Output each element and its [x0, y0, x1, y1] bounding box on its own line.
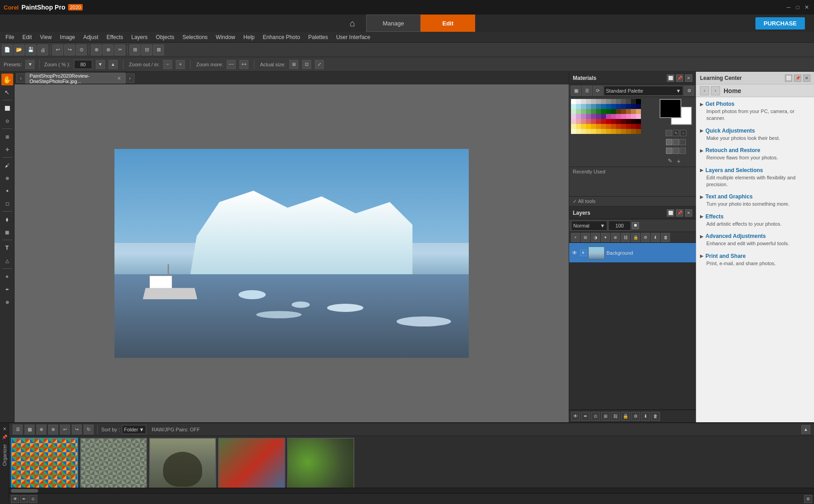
org-tb-4[interactable]: ⊗ — [48, 425, 58, 435]
org-thumb-0[interactable] — [11, 438, 78, 488]
tab-close-button[interactable]: ✕ — [116, 75, 121, 82]
lc-pin-button[interactable]: 📌 — [794, 74, 801, 82]
minimize-button[interactable]: ─ — [785, 4, 792, 11]
fit-window-button[interactable]: ⊡ — [302, 60, 311, 69]
org-tb-5[interactable]: ↩ — [60, 425, 70, 435]
cp-r1-12[interactable] — [626, 104, 631, 109]
cp-r3-8[interactable] — [606, 114, 611, 119]
cp-r3-12[interactable] — [626, 114, 631, 119]
opacity-input[interactable]: 100 — [608, 221, 631, 231]
org-footer-1[interactable]: 👁 — [11, 495, 19, 503]
extra-swatch-1[interactable] — [666, 139, 672, 145]
menu-view[interactable]: View — [36, 33, 55, 41]
cp-r5-10[interactable] — [616, 124, 621, 129]
cp-r4-8[interactable] — [606, 119, 611, 124]
menu-selections[interactable]: Selections — [179, 33, 211, 41]
cp-r1-7[interactable] — [601, 104, 606, 109]
swatch-view-btn[interactable]: ▦ — [571, 86, 581, 96]
color-gray8[interactable] — [611, 99, 616, 104]
color-gray5[interactable] — [596, 99, 601, 104]
org-footer-3[interactable]: ⊙ — [29, 495, 37, 503]
full-screen-button[interactable]: ⊠ — [153, 44, 164, 55]
cp-r4-4[interactable] — [586, 119, 591, 124]
lc-item-effects[interactable]: ▶ Effects Add artistic effects to your p… — [700, 213, 810, 227]
cp-r3-7[interactable] — [601, 114, 606, 119]
menu-layers[interactable]: Layers — [128, 33, 151, 41]
cp-r4-14[interactable] — [636, 119, 641, 124]
purchase-button[interactable]: PURCHASE — [755, 17, 805, 30]
red-eye-tool[interactable]: ⊕ — [1, 296, 13, 308]
cp-r2-4[interactable] — [586, 109, 591, 114]
merge-down-btn[interactable]: ⬇ — [651, 233, 660, 242]
cp-r2-2[interactable] — [576, 109, 581, 114]
new-file-button[interactable]: 📄 — [2, 44, 13, 55]
color-gray11[interactable] — [626, 99, 631, 104]
menu-edit[interactable]: Edit — [19, 33, 35, 41]
cp-r2-6[interactable] — [596, 109, 601, 114]
history-button[interactable]: ⊙ — [76, 44, 87, 55]
mix-btn[interactable]: ⟳ — [593, 86, 603, 96]
close-button[interactable]: ✕ — [803, 4, 810, 11]
cp-r6-9[interactable] — [611, 129, 616, 134]
color-black[interactable] — [636, 99, 641, 104]
list-view-btn[interactable]: ☰ — [582, 86, 592, 96]
cp-r4-7[interactable] — [601, 119, 606, 124]
menu-effects[interactable]: Effects — [103, 33, 127, 41]
lock-layer-btn[interactable]: 🔒 — [631, 233, 640, 242]
org-tb-3[interactable]: ⊕ — [36, 425, 46, 435]
cp-r1-1[interactable] — [571, 104, 576, 109]
reset-colors-btn[interactable]: ✎ — [673, 130, 679, 136]
cp-r1-6[interactable] — [596, 104, 601, 109]
fg-color-swatch[interactable] — [660, 99, 681, 118]
active-tab[interactable]: PaintShopPro2020Review-OneStepPhotoFix.j… — [25, 73, 125, 84]
org-tb-1[interactable]: ☰ — [13, 425, 23, 435]
new-layer-btn[interactable]: + — [571, 233, 580, 242]
cp-r6-1[interactable] — [571, 129, 576, 134]
cp-r5-5[interactable] — [591, 124, 596, 129]
cp-r5-6[interactable] — [596, 124, 601, 129]
org-footer-2[interactable]: ✒ — [20, 495, 28, 503]
cp-r6-11[interactable] — [621, 129, 626, 134]
cp-r2-1[interactable] — [571, 109, 576, 114]
cp-r4-11[interactable] — [621, 119, 626, 124]
eraser-tool[interactable]: ◻ — [1, 198, 13, 209]
cp-r1-11[interactable] — [621, 104, 626, 109]
cp-r2-11[interactable] — [621, 109, 626, 114]
mat-pencil-icon[interactable]: ✎ — [668, 158, 675, 165]
fullscreen-button[interactable]: ⤢ — [315, 60, 324, 69]
dodge-tool[interactable]: ☀ — [1, 271, 13, 282]
cp-r2-14[interactable] — [636, 109, 641, 114]
paste-button[interactable]: ⊗ — [103, 44, 114, 55]
menu-objects[interactable]: Objects — [152, 33, 178, 41]
cp-r4-6[interactable] — [596, 119, 601, 124]
crop-tool[interactable]: ⊞ — [1, 131, 13, 143]
cp-r6-10[interactable] — [616, 129, 621, 134]
tab-nav-right-button[interactable]: › — [125, 74, 134, 83]
cp-r6-13[interactable] — [631, 129, 636, 134]
color-gray2[interactable] — [581, 99, 586, 104]
layer-settings-btn[interactable]: ⚙ — [641, 233, 650, 242]
palette-settings-btn[interactable]: ⚙ — [684, 86, 694, 96]
zoom-more-out[interactable]: −− — [227, 60, 236, 69]
menu-palettes[interactable]: Palettes — [305, 33, 332, 41]
lc-item-quick-adj[interactable]: ▶ Quick Adjustments Make your photos loo… — [700, 128, 810, 142]
lc-forward-button[interactable]: › — [711, 86, 720, 95]
move-tool[interactable]: ✛ — [1, 143, 13, 155]
zoom-decrement[interactable]: ▼ — [96, 60, 105, 69]
extra-swatch-3[interactable] — [680, 139, 686, 145]
link-btn[interactable]: ⛓ — [621, 233, 630, 242]
vector-tool[interactable]: △ — [1, 255, 13, 267]
org-tb-2[interactable]: ▦ — [25, 425, 35, 435]
tab-nav-left-button[interactable]: ‹ — [16, 74, 25, 83]
lasso-tool[interactable]: ⊙ — [1, 115, 13, 127]
cp-r2-9[interactable] — [611, 109, 616, 114]
canvas-scroll-area[interactable] — [15, 84, 569, 422]
cp-r6-6[interactable] — [596, 129, 601, 134]
presets-dropdown[interactable]: ▼ — [25, 60, 35, 69]
print-button[interactable]: 🖨 — [37, 44, 48, 55]
lc-item-advanced[interactable]: ▶ Advanced Adjustments Enhance and edit … — [700, 233, 810, 247]
gradient-tool[interactable]: ▦ — [1, 226, 13, 238]
add-color-btn[interactable]: + — [680, 130, 686, 136]
delete-layer-btn[interactable]: 🗑 — [661, 233, 670, 242]
lyr-footer-6[interactable]: 🔒 — [621, 412, 630, 421]
